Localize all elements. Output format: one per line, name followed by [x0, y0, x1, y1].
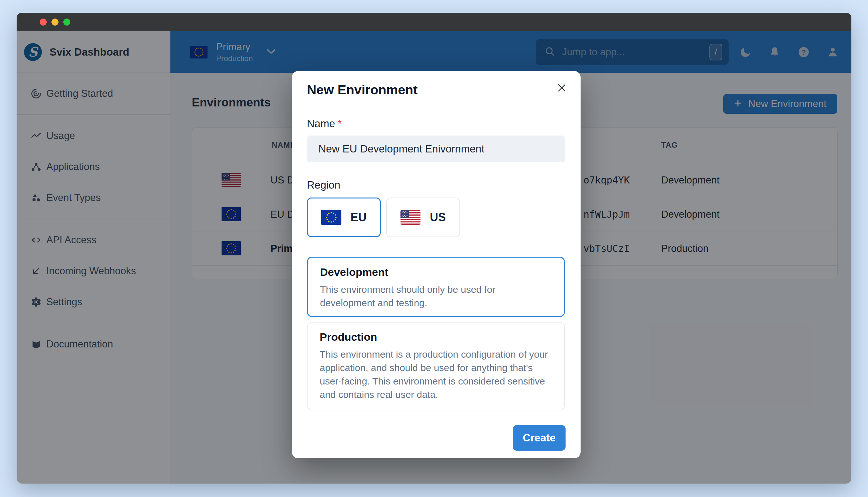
new-environment-modal: New Environment Name* Region: [292, 71, 581, 458]
env-type-description: This environment should only be used for…: [320, 283, 552, 310]
close-icon[interactable]: [556, 82, 568, 94]
env-type-description: This environment is a production configu…: [320, 348, 552, 401]
region-label: Region: [307, 179, 341, 191]
modal-title: New Environment: [307, 83, 417, 98]
window-titlebar: [17, 13, 851, 31]
minimize-window-button[interactable]: [52, 18, 58, 26]
eu-flag-icon: [321, 210, 341, 225]
name-label: Name*: [307, 118, 342, 130]
env-type-title: Development: [320, 266, 552, 279]
env-type-option-development[interactable]: Development This environment should only…: [307, 257, 565, 317]
us-flag-icon: [400, 210, 421, 225]
required-asterisk: *: [338, 118, 342, 129]
env-type-title: Production: [320, 331, 552, 343]
region-label-eu: EU: [351, 211, 366, 224]
region-option-us[interactable]: US: [386, 198, 460, 237]
region-option-eu[interactable]: EU: [307, 198, 381, 237]
env-type-option-production[interactable]: Production This environment is a product…: [307, 322, 565, 410]
environment-name-input[interactable]: [307, 136, 565, 162]
region-label-us: US: [430, 211, 446, 224]
maximize-window-button[interactable]: [63, 18, 70, 26]
create-button[interactable]: Create: [513, 425, 566, 451]
close-window-button[interactable]: [40, 18, 47, 26]
app-window: S Svix Dashboard Getting Started: [17, 13, 851, 484]
